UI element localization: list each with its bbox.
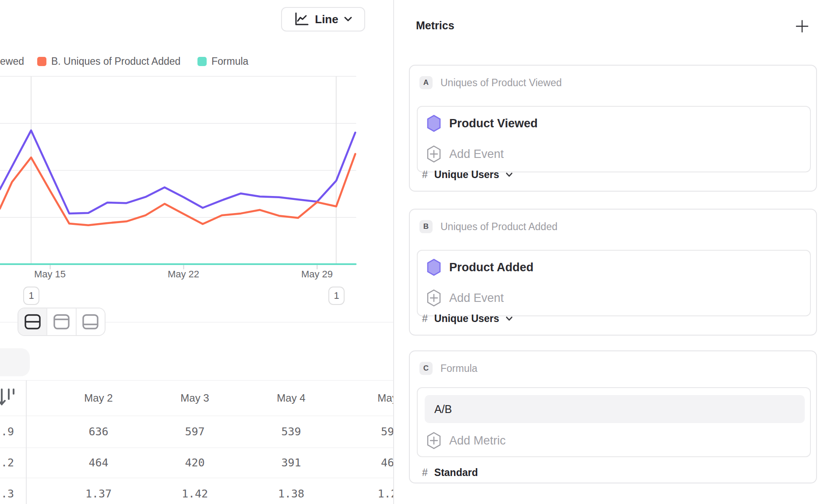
layout-view-switcher (18, 308, 106, 336)
table-header-row: May 2 May 3 May 4 May (0, 385, 393, 411)
chart-legend: ewed B. Uniques of Product Added Formula (0, 55, 393, 67)
number-icon: # (422, 467, 428, 479)
add-metric-plus-button[interactable] (795, 19, 809, 33)
chart-top-view-button[interactable] (46, 308, 75, 335)
annotation-chip[interactable]: 1 (23, 287, 39, 305)
add-metric-button[interactable]: Add Metric (426, 432, 506, 449)
row-label: .9 (0, 425, 50, 438)
annotation-chip[interactable]: 1 (328, 287, 345, 305)
table-border (0, 416, 393, 416)
hexagon-plus-icon (426, 289, 441, 307)
row-label: .2 (0, 456, 50, 469)
add-event-label: Add Event (449, 291, 504, 305)
chevron-down-icon (344, 17, 352, 22)
legend-item-b[interactable]: B. Uniques of Product Added (37, 55, 180, 67)
legend-swatch-teal (197, 57, 207, 66)
line-chart-icon (294, 12, 309, 26)
table-bottom-view-icon (82, 314, 99, 329)
legend-label: ewed (0, 56, 24, 67)
table-cell: 636 (50, 425, 147, 438)
metric-card-formula: C Formula A/B Add Metric # St (409, 350, 817, 483)
metric-card-header: A Uniques of Product Viewed (419, 76, 562, 89)
metric-letter-badge: A (419, 76, 433, 89)
add-event-button[interactable]: Add Event (426, 289, 504, 307)
event-box: Product Added Add Event (417, 250, 811, 316)
table-cell: 1.42 (147, 487, 243, 500)
formula-expression: A/B (434, 403, 452, 416)
hexagon-plus-icon (426, 145, 441, 163)
metrics-panel: Metrics A Uniques of Product Viewed Prod… (394, 0, 831, 504)
table-cell: 391 (243, 456, 339, 469)
legend-item-formula[interactable]: Formula (197, 55, 248, 67)
metric-card-title: Uniques of Product Added (440, 221, 557, 233)
add-event-label: Add Event (449, 147, 504, 161)
legend-label: Formula (211, 56, 248, 67)
event-hexagon-icon (426, 259, 441, 276)
event-box: Product Viewed Add Event (417, 106, 811, 172)
table-row-divider (0, 478, 393, 478)
chart-pane: Line ewed B. Uniques of Product Added Fo… (0, 0, 393, 504)
number-icon: # (422, 313, 428, 325)
measure-selector[interactable]: # Standard (422, 467, 478, 479)
event-hexagon-icon (426, 115, 441, 132)
number-icon: # (422, 169, 428, 181)
table-row[interactable]: .9 636 597 539 59 (0, 418, 393, 444)
table-row-divider (0, 448, 393, 448)
metric-card-header: B Uniques of Product Added (419, 220, 557, 233)
x-axis-label: May 15 (34, 269, 66, 280)
table-cell: 597 (147, 425, 243, 438)
table-cell: 1.37 (50, 487, 147, 500)
metric-letter-badge: B (419, 220, 433, 233)
table-cell: 46 (339, 456, 393, 469)
measure-label: Unique Users (434, 169, 499, 181)
legend-swatch-orange (37, 57, 46, 66)
chart-type-button[interactable]: Line (281, 7, 365, 32)
table-cell: 539 (243, 425, 339, 438)
event-label: Product Viewed (449, 117, 538, 130)
table-row[interactable]: .2 464 420 391 46 (0, 449, 393, 476)
metrics-panel-title: Metrics (416, 19, 454, 32)
table-cell: 420 (147, 456, 243, 469)
chart-top-view-icon (53, 314, 70, 329)
split-view-button[interactable] (18, 308, 46, 335)
event-selector[interactable]: Product Added (426, 259, 534, 276)
x-axis-label: May 22 (168, 269, 199, 280)
metric-card-title: Uniques of Product Viewed (440, 77, 562, 89)
event-label: Product Added (449, 261, 534, 274)
metric-card-title: Formula (440, 363, 477, 374)
table-cell: 1.38 (243, 487, 339, 500)
formula-input[interactable]: A/B (425, 395, 805, 423)
table-row[interactable]: .3 1.37 1.42 1.38 1.2 (0, 480, 393, 504)
add-event-button[interactable]: Add Event (426, 145, 504, 163)
insights-report-view: Line ewed B. Uniques of Product Added Fo… (0, 0, 831, 504)
metric-letter-badge: C (419, 362, 433, 375)
metric-card-b: B Uniques of Product Added Product Added (409, 209, 817, 336)
formula-box: A/B Add Metric (417, 387, 811, 457)
column-header[interactable]: May 3 (147, 392, 243, 404)
table-bottom-view-button[interactable] (76, 308, 105, 335)
table-border (0, 380, 393, 381)
legend-item-a[interactable]: ewed (0, 55, 24, 67)
hexagon-plus-icon (426, 432, 441, 449)
chevron-down-icon (506, 172, 513, 177)
column-header[interactable]: May 4 (243, 392, 339, 404)
column-header[interactable]: May (339, 392, 393, 404)
measure-label: Unique Users (434, 313, 499, 325)
chevron-down-icon (506, 316, 513, 321)
measure-label: Standard (434, 467, 478, 479)
line-chart-plot[interactable] (0, 70, 393, 276)
column-header[interactable]: May 2 (50, 392, 147, 404)
split-view-icon (25, 314, 41, 329)
event-selector[interactable]: Product Viewed (426, 115, 538, 132)
row-label: .3 (0, 487, 50, 500)
measure-selector[interactable]: # Unique Users (422, 169, 513, 181)
metric-card-a: A Uniques of Product Viewed Product View… (409, 65, 817, 192)
table-cell: 464 (50, 456, 147, 469)
measure-selector[interactable]: # Unique Users (422, 313, 513, 325)
x-axis-label: May 29 (301, 269, 333, 280)
table-tab-pill[interactable] (0, 348, 30, 376)
legend-label: B. Uniques of Product Added (51, 56, 180, 67)
metric-card-header: C Formula (419, 362, 477, 375)
add-metric-label: Add Metric (449, 434, 506, 448)
table-cell: 1.2 (339, 487, 393, 500)
